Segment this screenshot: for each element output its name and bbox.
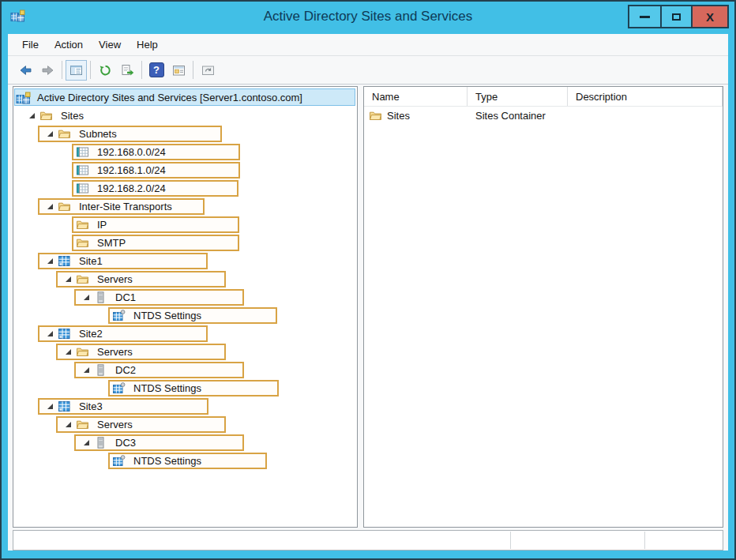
tree-item-site3-servers[interactable]: Servers — [13, 415, 357, 434]
properties-icon — [172, 64, 186, 77]
console-frame: FileActionViewHelp ? Active Directory Si… — [8, 34, 728, 551]
expander-icon[interactable] — [42, 331, 58, 336]
column-header-type[interactable]: Type — [468, 87, 568, 106]
minimize-button[interactable] — [629, 6, 660, 27]
tree-item-label: SMTP — [95, 237, 128, 249]
tree-item-label: Servers — [95, 346, 135, 358]
properties-button[interactable] — [167, 59, 190, 81]
tree-item-label: Subnets — [77, 128, 119, 140]
tree-item-root[interactable]: Active Directory Sites and Services [Ser… — [13, 88, 357, 107]
show-console-tree-icon — [69, 64, 83, 77]
menu-item-view[interactable]: View — [91, 39, 129, 51]
tree-item-subnet-192-168-1-0-24[interactable]: 192.168.1.0/24 — [13, 161, 357, 179]
tree-item-dc1[interactable]: DC1 — [13, 288, 357, 306]
folder-icon — [76, 419, 91, 431]
tree-item-dc3-ntds-settings[interactable]: NTDS Settings — [13, 452, 357, 470]
app-window: Active Directory Sites and Services X Fi… — [0, 0, 736, 560]
expander-icon[interactable] — [42, 404, 58, 409]
expander-icon[interactable] — [78, 367, 94, 373]
expander-icon[interactable] — [24, 113, 39, 118]
expander-icon[interactable] — [78, 440, 94, 445]
refresh-button[interactable] — [94, 59, 116, 81]
tree-item-dc1-ntds-settings[interactable]: NTDS Settings — [13, 306, 357, 325]
subnet-icon — [76, 182, 91, 195]
status-separator — [644, 532, 645, 549]
tree-item-subnet-192-168-2-0-24[interactable]: 192.168.2.0/24 — [13, 179, 357, 197]
server-icon — [94, 364, 109, 377]
tree-item-smtp[interactable]: SMTP — [13, 234, 357, 252]
tree-item-sites[interactable]: Sites — [13, 107, 357, 125]
export-list-icon — [121, 64, 134, 77]
tree-item-label: Inter-Site Transports — [77, 201, 175, 212]
tree-item-label: 192.168.1.0/24 — [95, 164, 168, 176]
tree-item-label: 192.168.0.0/24 — [95, 146, 168, 158]
tree-item-label: NTDS Settings — [131, 310, 204, 321]
back-button[interactable] — [14, 59, 36, 81]
forward-button[interactable] — [36, 59, 58, 81]
adss-icon — [16, 92, 31, 104]
folder-icon — [58, 201, 73, 213]
action-pane-button[interactable] — [197, 59, 219, 81]
tree-item-dc3[interactable]: DC3 — [13, 434, 357, 452]
window-title: Active Directory Sites and Services — [2, 9, 734, 24]
help-button[interactable]: ? — [145, 59, 167, 81]
toolbar-separator — [193, 61, 193, 79]
expander-icon[interactable] — [42, 204, 58, 209]
results-pane: NameTypeDescription SitesSites Container — [363, 86, 723, 528]
forward-icon — [41, 64, 54, 77]
menu-item-help[interactable]: Help — [129, 39, 166, 51]
tree-item-site1[interactable]: Site1 — [13, 252, 357, 270]
ntds-icon — [112, 382, 127, 395]
tree-item-ip[interactable]: IP — [13, 216, 357, 234]
tree-item-label: DC3 — [113, 437, 138, 449]
tree-item-site2-servers[interactable]: Servers — [13, 343, 357, 361]
tree-item-site3[interactable]: Site3 — [13, 397, 357, 415]
folder-icon — [76, 237, 91, 250]
tree-item-label: NTDS Settings — [131, 455, 204, 467]
expander-icon[interactable] — [60, 422, 76, 427]
close-icon: X — [706, 11, 714, 23]
tree-item-subnets[interactable]: Subnets — [13, 125, 357, 143]
column-header-name[interactable]: Name — [364, 87, 468, 106]
tree-item-site1-servers[interactable]: Servers — [13, 270, 357, 288]
list-item-type: Sites Container — [468, 110, 568, 122]
list-item-sites[interactable]: SitesSites Container — [364, 107, 723, 125]
back-icon — [19, 64, 32, 77]
show-console-tree-button[interactable] — [66, 60, 87, 81]
export-list-button[interactable] — [116, 59, 138, 81]
tree-item-label: Site1 — [77, 255, 105, 267]
tree-item-site2[interactable]: Site2 — [13, 325, 357, 343]
folder-icon — [76, 219, 91, 231]
expander-icon[interactable] — [42, 258, 58, 264]
tree-item-label: DC2 — [113, 364, 138, 376]
expander-icon[interactable] — [42, 131, 58, 137]
expander-icon[interactable] — [60, 276, 76, 282]
close-button[interactable]: X — [691, 6, 727, 27]
results-list: SitesSites Container — [364, 107, 723, 125]
list-item-name: Sites — [387, 110, 410, 122]
help-icon: ? — [149, 62, 164, 77]
toolbar: ? — [8, 56, 728, 85]
tree-item-label: Servers — [95, 273, 135, 285]
tree-item-subnet-192-168-0-0-24[interactable]: 192.168.0.0/24 — [13, 143, 357, 161]
tree-item-dc2[interactable]: DC2 — [13, 361, 357, 379]
toolbar-separator — [141, 61, 142, 79]
expander-icon[interactable] — [60, 349, 76, 355]
tree-item-label: IP — [95, 219, 109, 231]
maximize-icon — [672, 13, 681, 21]
title-bar[interactable]: Active Directory Sites and Services X — [2, 2, 734, 34]
menu-item-action[interactable]: Action — [47, 39, 91, 51]
tree-item-label: Site3 — [77, 400, 105, 412]
ntds-icon — [112, 310, 127, 322]
expander-icon[interactable] — [78, 295, 94, 300]
console-workspace: Active Directory Sites and Services [Ser… — [8, 85, 728, 528]
tree-item-label: DC1 — [113, 291, 138, 303]
tree-item-dc2-ntds-settings[interactable]: NTDS Settings — [13, 379, 357, 397]
console-tree-pane: Active Directory Sites and Services [Ser… — [13, 86, 358, 528]
maximize-button[interactable] — [660, 6, 691, 27]
folder-icon — [76, 346, 91, 359]
column-headers: NameTypeDescription — [364, 87, 723, 107]
column-header-description[interactable]: Description — [568, 87, 723, 106]
menu-item-file[interactable]: File — [14, 39, 47, 51]
tree-item-inter-site-transports[interactable]: Inter-Site Transports — [13, 197, 357, 216]
